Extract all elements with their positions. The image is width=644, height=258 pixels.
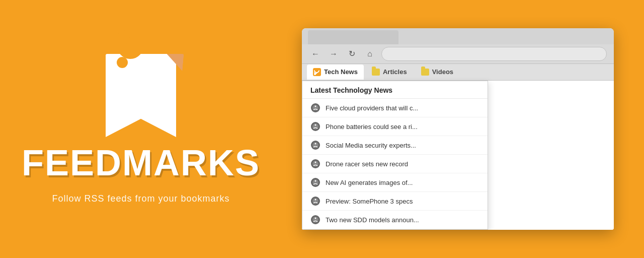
news-item-icon-5 — [310, 196, 320, 206]
browser-content: Latest Technology News Five cloud provid… — [302, 81, 614, 230]
tech-news-label: Tech News — [324, 68, 358, 76]
home-button[interactable]: ⌂ — [363, 47, 376, 60]
app-subtitle: Follow RSS feeds from your bookmarks — [52, 194, 229, 204]
articles-label: Articles — [383, 68, 407, 76]
bookmark-tab-articles[interactable]: Articles — [366, 64, 413, 80]
rss-favicon-dot — [314, 73, 316, 75]
app-title: FEEDMARKS — [22, 142, 260, 183]
news-item-6[interactable]: Two new SDD models announ... — [302, 211, 488, 229]
bookmark-body — [106, 54, 176, 137]
videos-folder-icon — [421, 69, 429, 76]
news-item-icon-3 — [310, 159, 320, 169]
news-item-2[interactable]: Social Media security experts... — [302, 136, 488, 155]
svg-point-2 — [315, 106, 316, 107]
news-item-0[interactable]: Five cloud providers that will c... — [302, 99, 488, 117]
left-section: FEEDMARKS Follow RSS feeds from your boo… — [0, 39, 282, 219]
refresh-button[interactable]: ↻ — [345, 47, 358, 60]
bookmark-tab-videos[interactable]: Videos — [415, 64, 459, 80]
articles-folder-icon — [372, 69, 380, 76]
bookmarks-bar: Tech News Articles Videos — [302, 64, 614, 81]
news-item-text-4: New AI generates images of... — [326, 179, 413, 186]
bookmark-logo-icon — [106, 54, 176, 137]
logo-container: FEEDMARKS — [22, 54, 260, 183]
news-item-icon-4 — [310, 177, 320, 187]
svg-point-8 — [315, 143, 316, 145]
rss-dot — [117, 57, 128, 68]
back-button[interactable]: ← — [309, 47, 322, 60]
svg-point-5 — [315, 124, 316, 126]
news-item-icon-0 — [310, 103, 320, 113]
dropdown-panel: Latest Technology News Five cloud provid… — [302, 81, 488, 230]
news-item-3[interactable]: Drone racer sets new record — [302, 155, 488, 173]
address-bar[interactable] — [381, 47, 607, 61]
news-item-icon-6 — [310, 215, 320, 225]
news-item-icon-1 — [310, 121, 320, 132]
news-item-text-5: Preview: SomePhone 3 specs — [326, 198, 413, 205]
news-item-text-2: Social Media security experts... — [326, 142, 416, 149]
bookmark-tab-tech-news[interactable]: Tech News — [307, 64, 364, 80]
browser-titlebar — [302, 28, 614, 44]
videos-label: Videos — [432, 68, 453, 76]
browser-window: ← → ↻ ⌂ Tech News Articles Videos — [302, 28, 614, 230]
svg-point-17 — [315, 199, 316, 201]
browser-toolbar: ← → ↻ ⌂ — [302, 44, 614, 64]
news-item-icon-2 — [310, 140, 320, 150]
news-item-text-0: Five cloud providers that will c... — [326, 104, 418, 112]
right-section: ← → ↻ ⌂ Tech News Articles Videos — [282, 18, 644, 240]
svg-point-20 — [315, 218, 316, 219]
svg-point-14 — [315, 180, 316, 182]
news-item-text-1: Phone batteries could see a ri... — [326, 123, 418, 131]
browser-title-tab — [308, 30, 398, 44]
news-item-text-6: Two new SDD models announ... — [326, 216, 419, 224]
news-item-1[interactable]: Phone batteries could see a ri... — [302, 117, 488, 136]
svg-point-11 — [315, 162, 316, 163]
news-item-5[interactable]: Preview: SomePhone 3 specs — [302, 192, 488, 211]
dropdown-header: Latest Technology News — [302, 81, 488, 99]
news-item-text-3: Drone racer sets new record — [326, 160, 408, 168]
forward-button[interactable]: → — [327, 47, 340, 60]
news-item-4[interactable]: New AI generates images of... — [302, 173, 488, 192]
rss-favicon-icon — [313, 68, 321, 76]
